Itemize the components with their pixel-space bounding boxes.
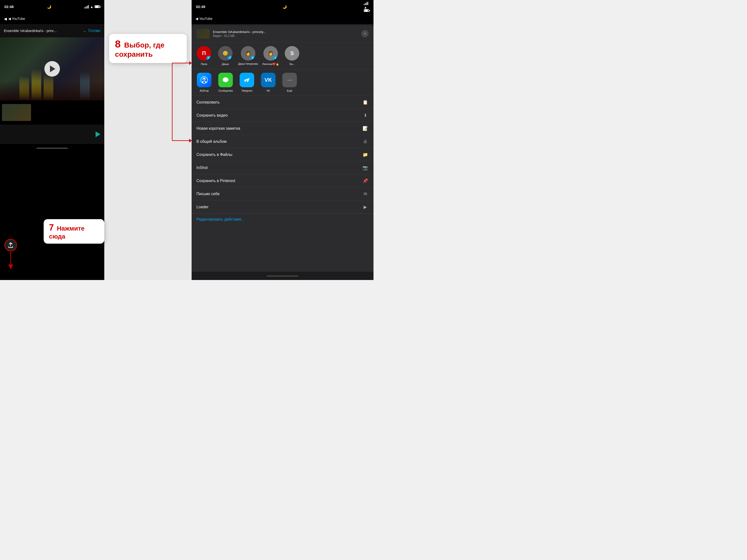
telegram-badge: ✈: [228, 56, 233, 61]
app-item-more[interactable]: ··· Ещё: [281, 73, 298, 92]
close-icon: ×: [364, 31, 366, 36]
svg-point-9: [205, 81, 206, 83]
wifi-icon: ▲: [90, 5, 93, 9]
edit-actions-link[interactable]: Редактировать действия...: [197, 217, 244, 221]
home-bar-right: [267, 275, 298, 276]
action-list: Скопировать 📋 Сохранить видео ⬇ Новая ко…: [191, 96, 374, 272]
spacer: [4, 128, 17, 141]
action-shared-album[interactable]: В общий альбом 🖨: [191, 135, 374, 148]
contact-item-darya[interactable]: 👩 ✈ Дарья Чепурнова: [238, 46, 258, 66]
app-item-vk[interactable]: VK VK: [259, 73, 277, 92]
contact-name-dasha: Даша: [222, 62, 229, 65]
contact-name-papa: Папа: [201, 62, 207, 65]
share-header: Ensemble ¼Kabardinkai¼ - princely... Вид…: [191, 25, 374, 43]
action-mail-self[interactable]: Письмо себе ✉: [191, 187, 374, 201]
save-video-icon: ⬇: [362, 112, 369, 119]
done-button[interactable]: Готово: [88, 29, 100, 33]
more-icon: ···: [282, 73, 297, 87]
action-loader[interactable]: Loader ▶: [191, 201, 374, 214]
contact-item-dasha[interactable]: 😊 ✈ Даша: [217, 46, 234, 66]
annotation-8-number: 8: [115, 38, 121, 50]
share-video-title: Ensemble ¼Kabardinkai¼ - princely...: [213, 30, 358, 34]
contacts-row: П ✈ Папа 😊 ✈ Даша 👩 ✈ Дарья Чепурнова: [191, 43, 374, 69]
airdrop-label: AirDrop: [200, 89, 209, 92]
youtube-nav-left[interactable]: ◀ ◀ YouTube: [0, 14, 104, 24]
youtube-nav-right[interactable]: ◀ YouTube: [191, 14, 374, 24]
contact-item-papa[interactable]: П ✈ Папа: [196, 46, 212, 66]
contact-item-lenochka[interactable]: 👩 ✈ Леночка❤️🔥: [262, 46, 279, 66]
contact-initial: 👩: [246, 51, 251, 56]
action-save-files-label: Сохранить в Файлы: [197, 153, 362, 157]
play-button[interactable]: [44, 61, 60, 77]
apps-row: AirDrop Сообщения Telegram VK VK: [191, 69, 374, 96]
save-files-icon: 📁: [362, 151, 369, 158]
action-save-files[interactable]: Сохранить в Файлы 📁: [191, 148, 374, 161]
share-button[interactable]: [4, 239, 17, 251]
pinterest-icon: 📌: [362, 178, 369, 184]
contact-avatar-papa: П ✈: [197, 46, 211, 61]
contact-name-darya: Дарья Чепурнова: [238, 62, 258, 65]
action-copy-label: Скопировать: [197, 100, 362, 105]
telegram-badge: ✈: [251, 56, 255, 61]
annotation-8: 8 Выбор, где сохранить: [109, 34, 187, 63]
wifi-icon-right: ▲: [364, 5, 367, 9]
play-forward-icon[interactable]: [96, 131, 100, 137]
messages-label: Сообщения: [218, 89, 233, 92]
app-item-messages[interactable]: Сообщения: [217, 73, 234, 92]
app-item-airdrop[interactable]: AirDrop: [196, 73, 213, 92]
status-bar-left: 02:48 🌙 ▲: [0, 0, 104, 14]
share-sheet: Ensemble ¼Kabardinkai¼ - princely... Вид…: [191, 25, 374, 272]
action-inshot-label: InShot: [197, 166, 362, 170]
home-bar-left: [36, 148, 68, 149]
time-left: 02:48: [4, 5, 14, 9]
contact-avatar-lenochka: 👩 ✈: [263, 46, 278, 61]
left-panel: 02:48 🌙 ▲ ◀ ◀ YouTube Ensemble ¼Kabardin…: [0, 0, 104, 280]
share-header-info: Ensemble ¼Kabardinkai¼ - princely... Вид…: [213, 30, 358, 37]
action-save-video[interactable]: Сохранить видео ⬇: [191, 109, 374, 122]
contact-avatar-sa: S: [285, 46, 299, 61]
contact-item-sa[interactable]: S Sa...: [284, 46, 301, 66]
battery-icon: [95, 5, 100, 8]
telegram-label: Telegram: [241, 89, 252, 92]
youtube-label-right: YouTube: [199, 17, 212, 21]
bottom-controls: [0, 125, 104, 144]
edit-actions[interactable]: Редактировать действия...: [191, 214, 374, 225]
arrow-to-share: [5, 252, 17, 271]
video-timeline: [0, 100, 104, 125]
app-item-telegram[interactable]: Telegram: [238, 73, 256, 92]
action-new-note-label: Новая короткая заметка: [197, 126, 362, 131]
annotation-7: 7 Нажмите сюда: [44, 219, 104, 244]
shared-album-icon: 🖨: [362, 138, 369, 145]
airdrop-icon: [197, 73, 211, 87]
svg-point-10: [223, 77, 229, 82]
telegram-badge: ✈: [206, 56, 211, 61]
back-arrow-right: ◀: [196, 17, 198, 21]
chevron-down-icon[interactable]: ⌄: [83, 29, 86, 33]
contact-initial: 👩: [268, 51, 273, 56]
contact-initial: S: [290, 50, 294, 56]
share-close-button[interactable]: ×: [361, 30, 369, 37]
messages-icon: [218, 73, 233, 87]
annotation-7-text: Нажмите сюда: [49, 225, 85, 240]
action-new-note[interactable]: Новая короткая заметка 📝: [191, 122, 374, 135]
back-arrow-left: ◀: [4, 17, 7, 21]
video-title-bar: Ensemble ¼Kabardinkai¼ - princ... ⌄ Гото…: [0, 24, 104, 37]
copy-icon: 📋: [362, 99, 369, 106]
video-player[interactable]: [0, 37, 104, 100]
telegram-badge: ✈: [273, 56, 278, 61]
action-pinterest-label: Сохранить в Pinterest: [197, 179, 362, 183]
annotation-7-number: 7: [49, 222, 54, 233]
action-copy[interactable]: Скопировать 📋: [191, 96, 374, 109]
more-label: Ещё: [287, 89, 292, 92]
mail-icon: ✉: [362, 190, 369, 197]
annotation-8-text: Выбор, где сохранить: [115, 41, 164, 58]
action-inshot[interactable]: InShot 📷: [191, 161, 374, 174]
share-video-subtitle: Видео · 32,2 МБ: [213, 34, 358, 37]
svg-marker-3: [189, 61, 191, 65]
svg-marker-6: [189, 139, 191, 142]
status-icons-left: ▲: [84, 5, 100, 9]
telegram-icon: [240, 73, 254, 87]
svg-point-8: [202, 81, 204, 83]
signal-bars-right: [364, 2, 369, 5]
action-pinterest[interactable]: Сохранить в Pinterest 📌: [191, 174, 374, 187]
